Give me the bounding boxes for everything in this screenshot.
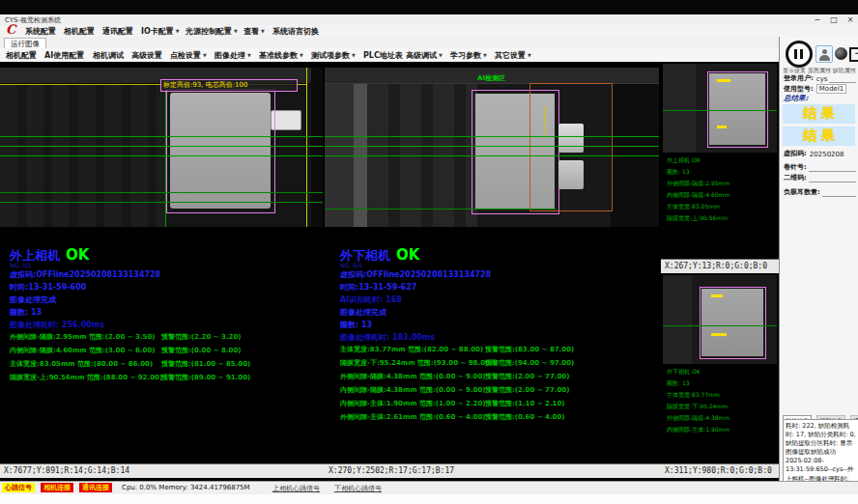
chevron-down-icon: ▼ <box>247 52 251 58</box>
thumb-line: 外侧间隙-隔膜:2.95mm <box>667 178 729 189</box>
middle-view-pixel-caption: X:270;Y:2502;R:17;G:17;B:17 <box>325 463 663 478</box>
tool-camera-debug[interactable]: 相机调试 <box>93 50 124 61</box>
underline <box>809 174 856 182</box>
measure-line-green <box>0 202 323 203</box>
time-line: 时间:13-31-59-627 <box>340 282 416 293</box>
vcode-row: 虚拟码: 20250208 <box>784 149 856 158</box>
display-option[interactable]: 缺陷属性 <box>833 67 856 73</box>
measure-line-green <box>0 192 323 193</box>
measurement-row: 内侧间隙-主体:1.90mm 范围:(1.00 ~ 2.20) 预警范围:(1.… <box>340 399 654 408</box>
maximize-icon[interactable]: □ <box>826 14 842 25</box>
thumb-line: 主体宽度:83.05mm <box>667 201 729 212</box>
measure-line-green <box>325 146 659 147</box>
user-button[interactable] <box>815 45 833 63</box>
measurement-text: 外侧间隙-隔膜:4.38mm 范围:(0.00 ~ 9.00) <box>340 372 485 381</box>
thumb-line: 圈数: 13 <box>667 378 729 389</box>
menu-camera-config[interactable]: 相机配置 <box>64 26 95 37</box>
warning-range-text: 预警范围:(81.00 ~ 85.00) <box>161 359 250 369</box>
chevron-down-icon: ▼ <box>203 52 207 58</box>
machine-structure <box>325 68 354 227</box>
pause-button[interactable] <box>786 41 813 68</box>
measurement-text: 内侧间隙-主体:1.90mm 范围:(1.00 ~ 2.20) <box>340 399 485 408</box>
tool-spot-check[interactable]: 点检设置▼ <box>170 50 207 61</box>
measurement-row: 主体宽度:83.77mm 范围:(82.00 ~ 88.00) 预警范围:(83… <box>340 345 654 354</box>
warning-range-text: 预警范围:(2.00 ~ 77.00) <box>485 372 569 381</box>
menu-system-config[interactable]: 系统配置 <box>25 26 56 37</box>
tool-label: 测试项参数 <box>311 51 350 60</box>
heartbeat-badge: 心跳信号 <box>2 483 35 492</box>
roi-box-magenta <box>166 89 275 213</box>
result-box-1: 结 果 <box>783 104 855 124</box>
left-camera-image[interactable]: 标定高值:93, 电芯高值:100 <box>0 68 323 227</box>
chevron-down-icon: ▼ <box>234 28 238 34</box>
measure-line-green <box>0 155 323 156</box>
process-done-line: 图像处理完成 <box>340 307 386 318</box>
underline <box>809 163 856 172</box>
menu-view[interactable]: 查看▼ <box>243 26 265 37</box>
tool-advanced-settings[interactable]: 高级设置 <box>131 50 162 61</box>
log-textarea[interactable]: 耗时: 222, 缺陷检测耗时: 17, 缺陷分类耗时: 0, 缺陷提取分区耗时… <box>783 419 858 485</box>
menu-light-config[interactable]: 光源控制配置▼ <box>186 26 238 37</box>
model-select[interactable]: Model1 <box>816 84 846 94</box>
tool-ai-config[interactable]: AI使用配置 <box>44 50 84 61</box>
tool-advanced-debug[interactable]: 高级调试▼ <box>406 50 443 61</box>
machine-structure <box>367 68 477 227</box>
tool-plc-address[interactable]: PLC地址表 <box>363 50 403 61</box>
warning-range-text: 预警范围:(0.00 ~ 8.00) <box>161 346 241 355</box>
warning-range-text: 预警范围:(83.00 ~ 87.00) <box>485 345 574 354</box>
app-window: CYS-视觉检测系统 ─ □ × C 系统配置 相机配置 通讯配置 IO卡配置▼… <box>0 0 858 504</box>
minimize-icon[interactable]: ─ <box>810 14 825 25</box>
menu-comm-config[interactable]: 通讯配置 <box>102 26 133 37</box>
thumb-line: 主体宽度:83.77mm <box>667 389 729 401</box>
app-logo-icon: C <box>6 23 15 37</box>
thumbnail-top-image <box>663 64 777 153</box>
qrcode-row: 二维码: <box>784 173 856 182</box>
ng-count: NG: 0|1 <box>10 262 32 268</box>
menu-label: 系统配置 <box>25 27 56 36</box>
calibration-line-yellow <box>306 68 307 227</box>
thumb-line: 圈数: 13 <box>667 166 729 178</box>
login-row: 登录用户: cys <box>784 73 856 83</box>
winder-label: 卷针号: <box>784 162 807 172</box>
tool-label: 相机调试 <box>93 51 124 60</box>
tool-learning-params[interactable]: 学习参数▼ <box>450 50 487 61</box>
measurement-text: 隔膜宽度-上:90.56mm 范围:(88.00 ~ 92.00) <box>10 373 162 382</box>
vcode-value: 20250208 <box>810 151 844 158</box>
measurement-row: 外侧间隙-隔膜:4.38mm 范围:(0.00 ~ 9.00) 预警范围:(2.… <box>340 372 654 381</box>
menu-language-switch[interactable]: 系统语言切换 <box>272 26 319 37</box>
tool-test-params[interactable]: 测试项参数▼ <box>311 50 356 61</box>
winder-row: 卷针号: <box>784 162 856 172</box>
close-icon[interactable]: × <box>843 14 858 25</box>
measure-line-green <box>663 110 777 111</box>
chevron-down-icon: ▼ <box>483 52 487 58</box>
thumbnail-top[interactable]: 外上相机 OK 圈数: 13 外侧间隙-隔膜:2.95mm 内侧间隙-隔膜:4.… <box>661 62 779 272</box>
warning-range-text: 预警范围:(2.20 ~ 3.20) <box>161 332 241 342</box>
tool-image-process[interactable]: 图像处理▼ <box>214 50 251 61</box>
tool-camera-config[interactable]: 相机配置 <box>6 50 37 61</box>
tool-baseline-params[interactable]: 基准线参数▼ <box>259 50 303 61</box>
measurement-text: 隔膜宽度-下:95.24mm 范围:(93.00 ~ 98.00) <box>340 358 493 368</box>
tool-other-settings[interactable]: 其它设置▼ <box>495 50 531 61</box>
warning-range-text: 预警范围:(1.10 ~ 2.10) <box>485 399 564 408</box>
measure-line-green <box>0 146 323 147</box>
machine-dark-zone <box>611 68 659 227</box>
model-label: 使用型号: <box>784 84 814 94</box>
user-icon <box>819 55 830 61</box>
display-option[interactable]: 原图属性 <box>808 67 831 73</box>
power-button[interactable] <box>835 47 847 60</box>
turns-line: 圈数: 13 <box>10 307 42 318</box>
thumbnail-bottom[interactable]: 外下相机 OK 圈数: 13 主体宽度:83.77mm 隔膜宽度-下:95.24… <box>661 273 779 477</box>
comm-connect-badge: 通讯连接 <box>79 483 112 492</box>
result-ok: OK <box>396 246 419 264</box>
middle-camera-image[interactable]: AI检测区 <box>325 68 659 227</box>
thumb-line: 内侧间隙-隔膜:4.60mm <box>667 189 729 201</box>
logout-button[interactable]: → <box>849 46 858 61</box>
measurement-row: 外侧间隙-隔膜:2.95mm 范围:(2.00 ~ 3.50) 预警范围:(2.… <box>10 332 319 342</box>
menu-io-config[interactable]: IO卡配置▼ <box>141 26 180 37</box>
underline <box>829 74 856 83</box>
thumbnail-text-block: 外上相机 OK 圈数: 13 外侧间隙-隔膜:2.95mm 内侧间隙-隔膜:4.… <box>667 154 729 224</box>
display-option[interactable]: 显示设置 <box>783 67 806 73</box>
tool-label: 图像处理 <box>214 51 245 60</box>
result-box-2: 结 果 <box>783 126 855 146</box>
highlight-mark <box>711 294 723 297</box>
